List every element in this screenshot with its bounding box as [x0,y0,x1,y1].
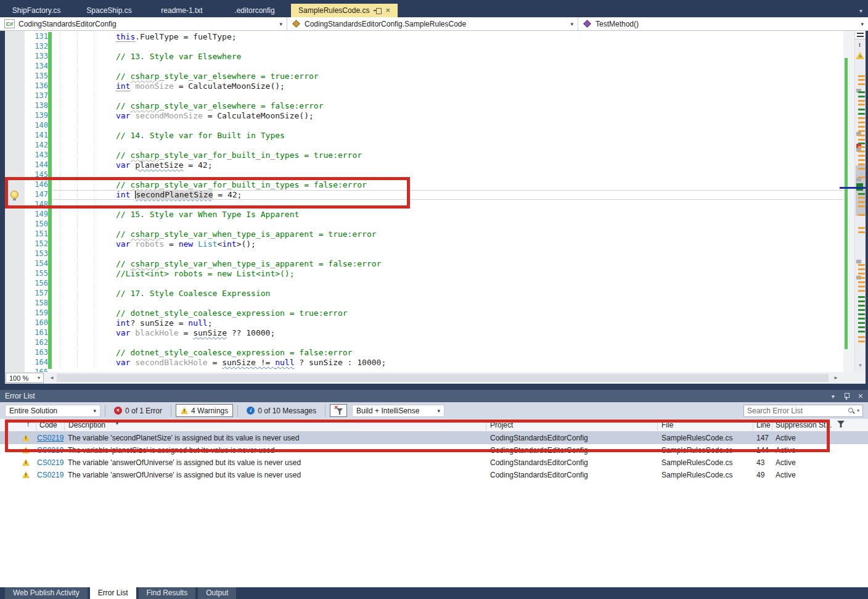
warning-icon [22,434,30,443]
type-dropdown[interactable]: CodingStandardsEditorConfig.SampleRulesC… [287,17,578,30]
code-text-area[interactable]: this.FuelType = fuelType; // 13. Style v… [53,32,843,378]
error-code-link[interactable]: CS0219 [37,458,63,467]
code-token: secondBlackHole [135,358,207,367]
member-dropdown[interactable]: TestMethod() ▾ [578,17,868,30]
document-tab[interactable]: ShipFactory.cs [0,4,73,17]
severity-sort-glyph[interactable]: ! [27,421,29,428]
code-token: int [116,81,130,91]
tool-window-tab[interactable]: Output [198,587,236,599]
scrollbar-mark [858,83,865,85]
code-line: int moonSize = CalculateMoonSize(); [53,81,843,91]
scroll-up-icon[interactable]: ▲ [855,53,866,59]
code-token: = 42; [213,190,242,199]
error-description: The variable 'answerOfUniverse' is assig… [68,458,301,467]
error-code-link[interactable]: CS0219 [37,446,63,455]
warning-icon [181,407,188,414]
project-dropdown-label: CodingStandardsEditorConfig [18,20,117,28]
error-project: CodingStandardsEditorConfig [490,458,588,467]
column-header-description[interactable]: Description [68,421,105,429]
close-icon[interactable]: × [385,7,390,14]
document-tab[interactable]: readme-1.txt [145,4,218,17]
lightbulb-quick-action-icon[interactable] [10,191,18,199]
tab-label: .editorconfig [234,6,274,15]
editor-zoom-control[interactable]: 100 % ▾ [6,373,44,383]
code-token: var [116,239,130,249]
code-line: // dotnet_style_coalesce_expression = tr… [53,308,843,318]
code-token: = [179,328,193,337]
pin-icon[interactable] [374,7,381,14]
tool-window-tab[interactable]: Web Publish Activity [5,587,88,599]
column-header-line[interactable]: Line [756,421,771,429]
scrollbar-mark [858,318,865,320]
messages-filter-button[interactable]: i 0 of 10 Messages [242,404,321,417]
column-header-code[interactable]: Code [39,421,57,429]
errors-filter-button[interactable]: × 0 of 1 Error [110,404,166,417]
error-row[interactable]: CS0219The variable 'answerOfUniverse' is… [0,469,868,481]
code-line [53,91,843,101]
scroll-right-icon[interactable]: ► [833,375,838,381]
track-changes-bar [48,32,52,369]
scroll-left-icon[interactable]: ◄ [49,375,54,381]
error-project: CodingStandardsEditorConfig [490,446,588,455]
scrollbar-mark [858,134,865,136]
scrollbar-mark [858,305,865,307]
scroll-down-icon[interactable]: ▼ [855,363,866,368]
error-row[interactable]: CS0219The variable 'planetSize' is assig… [0,444,868,456]
tab-overflow-chevron-icon[interactable]: ▾ [859,7,862,14]
column-header-suppression[interactable]: Suppression St... [776,421,832,429]
error-list-title-bar: Error List ▾ × [0,390,868,402]
search-error-list-input[interactable]: Search Error List ▾ [743,405,863,417]
editor-navigation-bar: C# CodingStandardsEditorConfig ▾ CodingS… [0,17,868,31]
column-header-project[interactable]: Project [490,421,513,429]
method-icon [583,20,591,28]
code-token: //List<int> robots = new List<int>(); [116,269,295,278]
scrollbar-mark [858,193,865,195]
column-header-file[interactable]: File [661,421,673,429]
vertical-scrollbar-thumb[interactable] [856,165,866,216]
scrollbar-mark [858,151,865,152]
scrollbar-mark [856,178,861,181]
error-list-rows: CS0219The variable 'secondPlanetSize' is… [0,432,868,587]
window-position-icon[interactable]: ▾ [832,393,835,400]
error-list-column-headers: ! Code Description ▼ Project File Line S… [0,419,868,432]
document-health-warning-icon[interactable] [856,41,864,52]
code-token: // [116,229,130,239]
tool-window-tab[interactable]: Find Results [139,587,196,599]
code-token: csharp [130,259,159,268]
code-token: < [217,239,222,249]
error-row[interactable]: CS0219The variable 'answerOfUniverse' is… [0,456,868,469]
error-line: 49 [756,471,764,479]
horizontal-scrollbar-thumb[interactable] [57,374,829,382]
editor-splitter-handle[interactable] [855,31,866,39]
tool-window-tab[interactable]: Error List [90,587,136,599]
code-line: // csharp_style_var_for_built_in_types =… [53,180,843,190]
source-filter-dropdown[interactable]: Build + IntelliSense ▾ [352,405,444,417]
close-icon[interactable]: × [858,391,863,401]
project-dropdown[interactable]: C# CodingStandardsEditorConfig ▾ [0,17,287,30]
chevron-down-icon: ▾ [857,408,859,413]
search-placeholder: Search Error List [747,407,803,415]
error-code-link[interactable]: CS0219 [37,434,63,442]
code-token: var [116,328,130,337]
code-token: ? sunSize = [130,318,188,328]
scrollbar-mark [858,313,865,315]
code-token: sunSize [193,328,227,337]
pin-icon[interactable] [843,392,850,400]
code-line: // csharp_style_var_when_type_is_apparen… [53,229,843,239]
chevron-down-icon: ▾ [437,408,440,414]
error-row[interactable]: CS0219The variable 'secondPlanetSize' is… [0,432,868,444]
document-tab[interactable]: SampleRulesCode.cs× [291,4,398,17]
scope-filter-dropdown[interactable]: Entire Solution ▾ [5,405,100,417]
warnings-filter-button[interactable]: 4 Warnings [176,404,233,417]
document-tab[interactable]: SpaceShip.cs [73,4,145,17]
vertical-scrollbar[interactable]: ▲ ▼ [854,31,866,372]
code-token: // 15. Style var When Type Is Apparent [116,210,299,219]
document-tab[interactable]: .editorconfig [218,4,291,17]
code-token: = 42; [184,160,213,170]
chevron-down-icon: ▾ [38,375,40,381]
code-token: // [116,151,130,160]
column-filter-icon[interactable] [837,421,845,429]
error-list-toolbar: Entire Solution ▾ × 0 of 1 Error 4 Warni… [0,402,868,419]
clear-filters-button[interactable] [330,404,347,417]
error-code-link[interactable]: CS0219 [37,471,63,479]
